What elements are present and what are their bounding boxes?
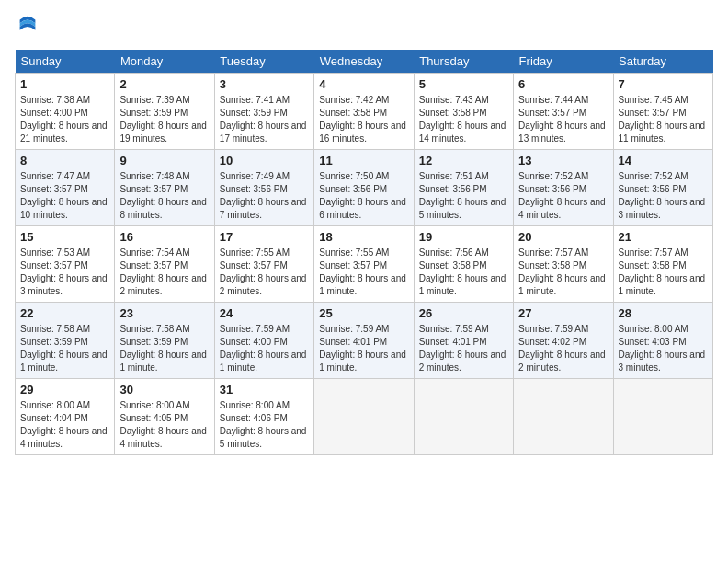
- day-number: 4: [319, 77, 408, 91]
- calendar-cell: 30Sunrise: 8:00 AMSunset: 4:05 PMDayligh…: [115, 379, 214, 455]
- day-number: 7: [619, 77, 708, 91]
- calendar-cell: 3Sunrise: 7:41 AMSunset: 3:59 PMDaylight…: [214, 74, 313, 150]
- day-info: Sunrise: 7:58 AMSunset: 3:59 PMDaylight:…: [119, 323, 209, 374]
- day-number: 10: [220, 154, 309, 167]
- day-number: 31: [220, 383, 309, 396]
- day-number: 27: [518, 306, 608, 320]
- calendar-cell: 2Sunrise: 7:39 AMSunset: 3:59 PMDaylight…: [115, 74, 214, 150]
- day-number: 28: [619, 306, 708, 320]
- day-info: Sunrise: 7:38 AMSunset: 4:00 PMDaylight:…: [20, 94, 109, 145]
- day-info: Sunrise: 7:55 AMSunset: 3:57 PMDaylight:…: [220, 247, 309, 298]
- day-info: Sunrise: 7:59 AMSunset: 4:01 PMDaylight:…: [419, 323, 508, 374]
- calendar-cell: 9Sunrise: 7:48 AMSunset: 3:57 PMDaylight…: [115, 150, 214, 226]
- day-number: 11: [319, 154, 408, 167]
- calendar-cell: [514, 379, 613, 455]
- col-header-tuesday: Tuesday: [214, 50, 313, 74]
- day-number: 16: [119, 230, 209, 244]
- calendar-cell: [314, 379, 414, 455]
- day-info: Sunrise: 7:59 AMSunset: 4:01 PMDaylight:…: [319, 323, 408, 374]
- calendar-week-5: 29Sunrise: 8:00 AMSunset: 4:04 PMDayligh…: [16, 379, 713, 455]
- calendar-cell: 22Sunrise: 7:58 AMSunset: 3:59 PMDayligh…: [16, 303, 115, 379]
- logo: [15, 15, 46, 40]
- day-info: Sunrise: 8:00 AMSunset: 4:05 PMDaylight:…: [119, 399, 209, 451]
- day-number: 19: [419, 230, 508, 244]
- day-info: Sunrise: 7:39 AMSunset: 3:59 PMDaylight:…: [119, 94, 209, 145]
- calendar-cell: 14Sunrise: 7:52 AMSunset: 3:56 PMDayligh…: [613, 150, 712, 226]
- calendar-cell: 19Sunrise: 7:56 AMSunset: 3:58 PMDayligh…: [414, 226, 513, 303]
- calendar-cell: 20Sunrise: 7:57 AMSunset: 3:58 PMDayligh…: [514, 226, 613, 303]
- day-number: 29: [20, 383, 109, 396]
- col-header-thursday: Thursday: [414, 50, 513, 74]
- day-number: 20: [518, 230, 608, 244]
- day-number: 26: [419, 306, 508, 320]
- day-number: 13: [518, 154, 608, 167]
- calendar-cell: 13Sunrise: 7:52 AMSunset: 3:56 PMDayligh…: [514, 150, 613, 226]
- calendar-cell: [613, 379, 712, 455]
- calendar-cell: 25Sunrise: 7:59 AMSunset: 4:01 PMDayligh…: [314, 303, 414, 379]
- calendar-cell: 11Sunrise: 7:50 AMSunset: 3:56 PMDayligh…: [314, 150, 414, 226]
- calendar-week-3: 15Sunrise: 7:53 AMSunset: 3:57 PMDayligh…: [16, 226, 713, 303]
- logo-icon: [15, 15, 40, 40]
- calendar-week-1: 1Sunrise: 7:38 AMSunset: 4:00 PMDaylight…: [16, 74, 713, 150]
- day-info: Sunrise: 7:44 AMSunset: 3:57 PMDaylight:…: [518, 94, 608, 145]
- day-number: 25: [319, 306, 408, 320]
- calendar-cell: 24Sunrise: 7:59 AMSunset: 4:00 PMDayligh…: [214, 303, 313, 379]
- calendar-cell: 12Sunrise: 7:51 AMSunset: 3:56 PMDayligh…: [414, 150, 513, 226]
- calendar-cell: 18Sunrise: 7:55 AMSunset: 3:57 PMDayligh…: [314, 226, 414, 303]
- col-header-wednesday: Wednesday: [314, 50, 414, 74]
- day-info: Sunrise: 7:50 AMSunset: 3:56 PMDaylight:…: [319, 170, 408, 222]
- day-info: Sunrise: 7:58 AMSunset: 3:59 PMDaylight:…: [20, 323, 109, 374]
- day-number: 30: [119, 383, 209, 396]
- col-header-saturday: Saturday: [613, 50, 712, 74]
- day-info: Sunrise: 7:55 AMSunset: 3:57 PMDaylight:…: [319, 247, 408, 298]
- day-info: Sunrise: 7:54 AMSunset: 3:57 PMDaylight:…: [119, 247, 209, 298]
- day-number: 14: [619, 154, 708, 167]
- calendar-cell: 23Sunrise: 7:58 AMSunset: 3:59 PMDayligh…: [115, 303, 214, 379]
- day-info: Sunrise: 7:49 AMSunset: 3:56 PMDaylight:…: [220, 170, 309, 222]
- calendar-cell: 1Sunrise: 7:38 AMSunset: 4:00 PMDaylight…: [16, 74, 115, 150]
- calendar-week-2: 8Sunrise: 7:47 AMSunset: 3:57 PMDaylight…: [16, 150, 713, 226]
- calendar-cell: 17Sunrise: 7:55 AMSunset: 3:57 PMDayligh…: [214, 226, 313, 303]
- col-header-monday: Monday: [115, 50, 214, 74]
- calendar-cell: 29Sunrise: 8:00 AMSunset: 4:04 PMDayligh…: [16, 379, 115, 455]
- day-info: Sunrise: 8:00 AMSunset: 4:06 PMDaylight:…: [220, 399, 309, 451]
- day-info: Sunrise: 7:45 AMSunset: 3:57 PMDaylight:…: [619, 94, 708, 145]
- calendar-cell: 15Sunrise: 7:53 AMSunset: 3:57 PMDayligh…: [16, 226, 115, 303]
- calendar-cell: 28Sunrise: 8:00 AMSunset: 4:03 PMDayligh…: [613, 303, 712, 379]
- calendar-cell: 8Sunrise: 7:47 AMSunset: 3:57 PMDaylight…: [16, 150, 115, 226]
- day-info: Sunrise: 7:48 AMSunset: 3:57 PMDaylight:…: [119, 170, 209, 222]
- calendar-cell: 7Sunrise: 7:45 AMSunset: 3:57 PMDaylight…: [613, 74, 712, 150]
- day-info: Sunrise: 8:00 AMSunset: 4:04 PMDaylight:…: [20, 399, 109, 451]
- calendar-cell: 16Sunrise: 7:54 AMSunset: 3:57 PMDayligh…: [115, 226, 214, 303]
- calendar-cell: 26Sunrise: 7:59 AMSunset: 4:01 PMDayligh…: [414, 303, 513, 379]
- calendar-cell: 6Sunrise: 7:44 AMSunset: 3:57 PMDaylight…: [514, 74, 613, 150]
- calendar-table: SundayMondayTuesdayWednesdayThursdayFrid…: [15, 50, 713, 455]
- day-number: 23: [119, 306, 209, 320]
- day-info: Sunrise: 7:43 AMSunset: 3:58 PMDaylight:…: [419, 94, 508, 145]
- calendar-cell: 5Sunrise: 7:43 AMSunset: 3:58 PMDaylight…: [414, 74, 513, 150]
- day-info: Sunrise: 7:47 AMSunset: 3:57 PMDaylight:…: [20, 170, 109, 222]
- day-info: Sunrise: 7:42 AMSunset: 3:58 PMDaylight:…: [319, 94, 408, 145]
- header-row: SundayMondayTuesdayWednesdayThursdayFrid…: [16, 50, 713, 74]
- day-number: 1: [20, 77, 109, 91]
- day-number: 17: [220, 230, 309, 244]
- day-info: Sunrise: 7:59 AMSunset: 4:02 PMDaylight:…: [518, 323, 608, 374]
- day-number: 21: [619, 230, 708, 244]
- calendar-cell: 10Sunrise: 7:49 AMSunset: 3:56 PMDayligh…: [214, 150, 313, 226]
- day-number: 2: [119, 77, 209, 91]
- day-info: Sunrise: 7:52 AMSunset: 3:56 PMDaylight:…: [619, 170, 708, 222]
- calendar-cell: [414, 379, 513, 455]
- calendar-cell: 4Sunrise: 7:42 AMSunset: 3:58 PMDaylight…: [314, 74, 414, 150]
- day-number: 15: [20, 230, 109, 244]
- day-number: 9: [119, 154, 209, 167]
- day-info: Sunrise: 7:57 AMSunset: 3:58 PMDaylight:…: [619, 247, 708, 298]
- day-number: 18: [319, 230, 408, 244]
- calendar-cell: 21Sunrise: 7:57 AMSunset: 3:58 PMDayligh…: [613, 226, 712, 303]
- calendar-cell: 27Sunrise: 7:59 AMSunset: 4:02 PMDayligh…: [514, 303, 613, 379]
- day-info: Sunrise: 7:51 AMSunset: 3:56 PMDaylight:…: [419, 170, 508, 222]
- day-info: Sunrise: 7:57 AMSunset: 3:58 PMDaylight:…: [518, 247, 608, 298]
- day-number: 8: [20, 154, 109, 167]
- day-info: Sunrise: 7:59 AMSunset: 4:00 PMDaylight:…: [220, 323, 309, 374]
- day-number: 6: [518, 77, 608, 91]
- calendar-cell: 31Sunrise: 8:00 AMSunset: 4:06 PMDayligh…: [214, 379, 313, 455]
